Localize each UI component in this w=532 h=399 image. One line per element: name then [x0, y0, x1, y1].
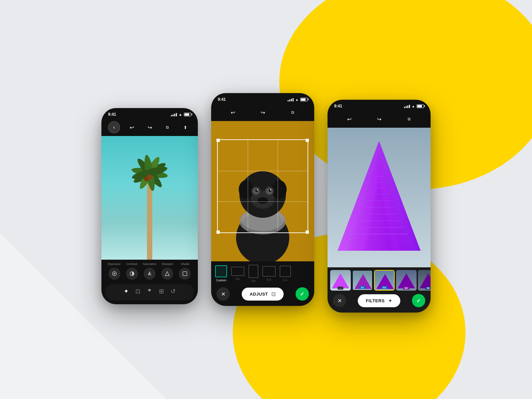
contrast-circle: [126, 268, 138, 280]
filter-thumb-a1[interactable]: A1: [352, 270, 373, 291]
filter-thumb-b3[interactable]: B3: [396, 270, 417, 291]
confirm-button-2[interactable]: ✓: [296, 287, 309, 301]
ratio-custom-box: [215, 265, 227, 277]
wifi-icon-2: ▲: [295, 98, 299, 101]
tab-adjust[interactable]: ⫩: [147, 288, 152, 295]
time-3: 9:41: [334, 104, 342, 108]
status-bar-2: 9:41 ▲: [211, 93, 314, 104]
tab-crop[interactable]: ⊡: [135, 288, 140, 295]
tab-magic[interactable]: ✦: [124, 288, 129, 295]
phone-1-screen: 9:41 ▲ ‹: [101, 108, 198, 304]
toolbar-3: ↩ ↪ ⧉: [328, 110, 431, 128]
back-button[interactable]: ‹: [108, 121, 120, 133]
share-button[interactable]: ⬆: [179, 121, 191, 133]
ratio-custom[interactable]: Custom: [215, 265, 227, 282]
label-exposure: Exposure: [105, 262, 123, 266]
redo-btn-3[interactable]: ↪: [373, 113, 385, 125]
confirm-button-3[interactable]: ✓: [412, 294, 425, 307]
signal-bar-2-2: [289, 99, 290, 101]
signal-bar-3: [174, 114, 175, 116]
adjust-button[interactable]: ADJUST ⊡: [242, 288, 284, 301]
battery-1: [184, 113, 191, 116]
filter-badge-b3: B3: [403, 287, 410, 290]
contrast-btn[interactable]: [123, 268, 141, 280]
compare-icon-2: ⧉: [291, 110, 294, 115]
phone-2-screen: 9:41 ▲ ↩: [211, 93, 314, 306]
corner-br[interactable]: [306, 230, 309, 234]
phones-container: 9:41 ▲ ‹: [101, 86, 431, 313]
time-1: 9:41: [108, 112, 116, 117]
cancel-button-2[interactable]: ✕: [216, 287, 230, 301]
palm-image: [101, 136, 198, 260]
compare-icon: ⧉: [166, 125, 169, 130]
corner-tr[interactable]: [306, 139, 309, 142]
contrast-icon: [129, 271, 135, 276]
ratio-3-4[interactable]: 3:4: [248, 265, 258, 283]
image-area-1: [101, 136, 198, 260]
crop-grid-h1: [218, 171, 308, 171]
filter-badge-none: —: [338, 287, 343, 290]
crop-overlay: [217, 139, 308, 233]
crop-grid-v1: [248, 140, 248, 232]
filter-thumb-none[interactable]: —: [330, 270, 351, 291]
filters-actions: ✕ FILTERS ✦ ✓: [328, 292, 431, 313]
back-icon: ‹: [113, 124, 115, 130]
pug-image: [211, 121, 314, 261]
compare-btn-3[interactable]: ⧉: [403, 113, 415, 125]
battery-2: [300, 98, 308, 101]
redo-button[interactable]: ↪: [144, 121, 156, 133]
sharpen-btn[interactable]: [159, 268, 176, 280]
undo-button[interactable]: ↩: [126, 121, 138, 133]
filter-thumb-a2[interactable]: A2: [374, 270, 395, 291]
compare-icon-3: ⧉: [408, 117, 411, 121]
redo-icon-3: ↪: [377, 116, 381, 122]
shade-btn[interactable]: [176, 268, 194, 280]
corner-tl[interactable]: [216, 139, 220, 142]
signal-bar-3-4: [409, 105, 410, 108]
tab-frame[interactable]: ⊞: [159, 288, 164, 295]
compare-button[interactable]: ⧉: [162, 121, 174, 133]
undo-icon: ↩: [130, 124, 134, 131]
cancel-button-3[interactable]: ✕: [333, 294, 346, 307]
cancel-icon-3: ✕: [337, 298, 342, 304]
phone-crop: 9:41 ▲ ↩: [211, 93, 314, 306]
signal-bar-4: [176, 113, 177, 116]
ratio-5-4[interactable]: 5:4: [262, 266, 276, 281]
compare-btn-2[interactable]: ⧉: [287, 106, 299, 118]
ratio-3-2-box: [231, 267, 244, 276]
time-2: 9:41: [218, 97, 226, 102]
share-icon: ⬆: [184, 125, 187, 130]
status-right-3: ▲: [404, 104, 424, 108]
ratio-1-1[interactable]: 1:1: [280, 266, 291, 282]
crop-ratios: Custom 3:2 3:4 5:4: [211, 261, 314, 285]
adjust-labels-row: Exposure Contrast Saturation Sharpen Sha…: [101, 260, 198, 266]
shade-circle: [179, 268, 191, 280]
ratio-3-2[interactable]: 3:2: [231, 267, 244, 281]
signal-bar-1: [171, 115, 172, 116]
redo-btn-2[interactable]: ↪: [257, 106, 269, 118]
filters-strip: —: [328, 267, 431, 313]
signal-bar-2-4: [293, 98, 294, 101]
saturation-circle: [144, 268, 156, 280]
filter-badge-a1: A1: [359, 286, 366, 289]
exposure-btn[interactable]: [105, 268, 123, 280]
crop-grid-h2: [218, 201, 308, 202]
battery-fill-2: [301, 98, 306, 101]
tab-history[interactable]: ↺: [171, 288, 176, 295]
filters-button[interactable]: FILTERS ✦: [358, 294, 400, 307]
redo-icon-2: ↪: [261, 109, 265, 116]
filter-thumb-b6[interactable]: B6: [418, 270, 431, 291]
crop-bottom: Custom 3:2 3:4 5:4: [211, 261, 314, 306]
ratio-3-2-label: 3:2: [236, 277, 240, 281]
signal-bar-2-1: [288, 100, 289, 101]
crop-icon: ⊡: [271, 291, 276, 297]
undo-btn-3[interactable]: ↩: [343, 113, 355, 125]
corner-bl[interactable]: [216, 230, 220, 234]
phone-filters: 9:41 ▲ ↩: [328, 100, 431, 313]
undo-btn-2[interactable]: ↩: [227, 106, 239, 118]
wifi-icon-1: ▲: [179, 112, 182, 116]
confirm-icon-2: ✓: [300, 291, 304, 297]
signal-3: [404, 104, 410, 108]
saturation-btn[interactable]: [141, 268, 158, 280]
status-bar-1: 9:41 ▲: [101, 108, 198, 119]
